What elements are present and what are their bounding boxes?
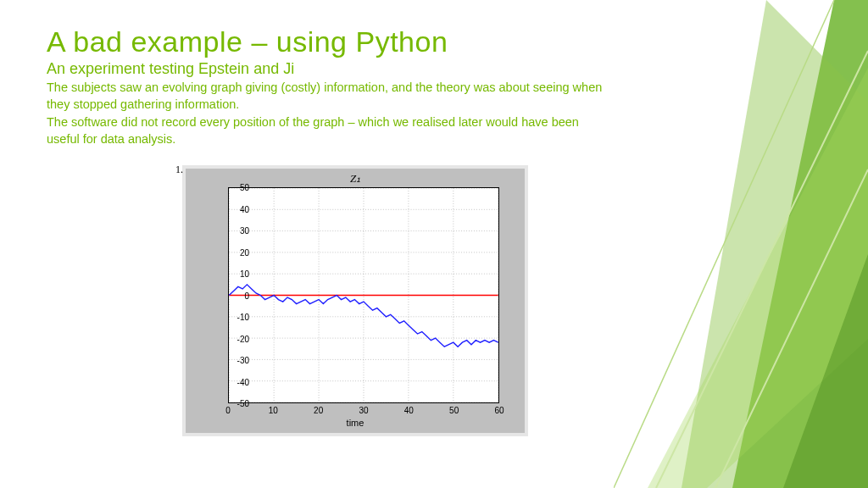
chart-figure: Z₁ -50-40-30-20-1001020304050 0102030405… xyxy=(186,169,525,433)
y-tick-label: 0 xyxy=(224,291,249,300)
chart-plot-area xyxy=(228,187,499,403)
x-tick-label: 10 xyxy=(269,406,278,415)
y-tick-label: -10 xyxy=(224,313,249,322)
y-tick-label: -30 xyxy=(224,356,249,365)
body-text-2: The software did not record every positi… xyxy=(47,114,606,147)
chart-container: 1. Z₁ -50-40-30-20-1001020304050 0102030… xyxy=(182,165,528,436)
svg-marker-0 xyxy=(732,0,868,488)
body-text-1: The subjects saw an evolving graph givin… xyxy=(47,80,606,113)
x-tick-label: 20 xyxy=(314,406,323,415)
slide-title: A bad example – using Python xyxy=(47,25,640,58)
y-tick-label: 50 xyxy=(224,183,249,192)
y-tick-label: 40 xyxy=(224,204,249,214)
svg-line-5 xyxy=(715,169,868,488)
x-tick-label: 50 xyxy=(449,406,459,415)
decorative-background xyxy=(614,0,868,488)
x-tick-label: 60 xyxy=(494,406,504,415)
x-tick-label: 0 xyxy=(225,406,231,415)
svg-marker-1 xyxy=(682,0,868,488)
x-tick-label: 40 xyxy=(404,406,414,415)
slide-subtitle: An experiment testing Epstein and Ji xyxy=(47,60,640,78)
y-tick-label: 30 xyxy=(224,226,249,236)
text-content: A bad example – using Python An experime… xyxy=(47,25,640,147)
svg-marker-2 xyxy=(648,68,868,488)
y-tick-label: -40 xyxy=(224,377,249,386)
slide: A bad example – using Python An experime… xyxy=(0,0,868,488)
chart-series xyxy=(229,188,498,402)
y-tick-label: 20 xyxy=(224,247,249,257)
x-tick-label: 30 xyxy=(359,406,368,415)
y-tick-label: 10 xyxy=(224,269,249,279)
svg-line-4 xyxy=(656,51,868,488)
y-tick-label: -20 xyxy=(224,334,249,343)
svg-line-6 xyxy=(614,0,834,488)
x-axis-label: time xyxy=(186,418,525,428)
chart-index-label: 1. xyxy=(175,164,183,176)
svg-marker-3 xyxy=(783,254,868,488)
